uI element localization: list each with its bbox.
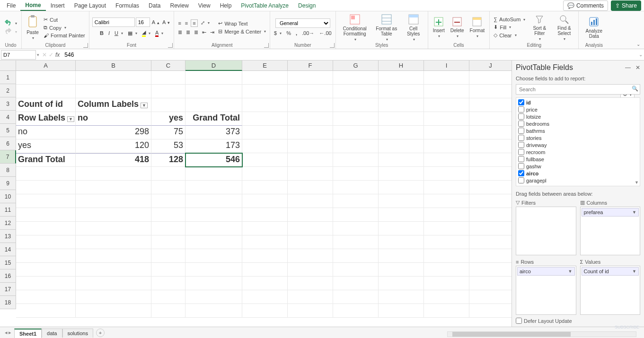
cell-B14[interactable] bbox=[76, 249, 151, 263]
cut-button[interactable]: ✂Cut bbox=[43, 16, 86, 23]
cell-H14[interactable] bbox=[379, 249, 424, 263]
cell-J18[interactable] bbox=[469, 304, 512, 318]
cell-B12[interactable] bbox=[76, 222, 151, 235]
row-header-3[interactable]: 3 bbox=[0, 97, 16, 111]
field-bathrms[interactable]: bathrms bbox=[517, 127, 639, 134]
cell-G4[interactable] bbox=[333, 112, 379, 126]
cell-J11[interactable] bbox=[469, 208, 512, 222]
row-header-17[interactable]: 17 bbox=[0, 283, 16, 296]
cell-D13[interactable] bbox=[185, 235, 242, 249]
cell-D5[interactable]: 373 bbox=[185, 126, 242, 139]
cell-B7[interactable]: 418 bbox=[76, 153, 151, 167]
clear-button[interactable]: ◇Clear bbox=[493, 32, 526, 39]
underline-button[interactable]: U bbox=[114, 30, 124, 36]
values-drop-area[interactable]: Count of id▼ bbox=[580, 266, 641, 315]
cell-E4[interactable] bbox=[242, 112, 288, 126]
align-left-button[interactable]: ≣ bbox=[177, 29, 183, 36]
align-center-button[interactable]: ≣ bbox=[185, 29, 191, 36]
cell-D16[interactable] bbox=[185, 277, 242, 290]
sort-filter-button[interactable]: Sort & Filter bbox=[528, 13, 551, 42]
cell-C16[interactable] bbox=[151, 277, 185, 290]
cell-E8[interactable] bbox=[242, 167, 288, 181]
cell-I4[interactable] bbox=[424, 112, 469, 126]
cell-F4[interactable] bbox=[288, 112, 333, 126]
italic-button[interactable]: I bbox=[107, 30, 111, 36]
cell-C3[interactable] bbox=[151, 98, 185, 112]
cell-D8[interactable] bbox=[185, 167, 242, 181]
cell-H9[interactable] bbox=[379, 181, 424, 194]
cell-H4[interactable] bbox=[379, 112, 424, 126]
field-checkbox-price[interactable] bbox=[518, 106, 524, 113]
cell-C18[interactable] bbox=[151, 304, 185, 318]
cell-J4[interactable] bbox=[469, 112, 512, 126]
row-header-14[interactable]: 14 bbox=[0, 243, 16, 256]
cell-H17[interactable] bbox=[379, 290, 424, 304]
percent-button[interactable]: % bbox=[285, 30, 292, 36]
cell-E16[interactable] bbox=[242, 277, 288, 290]
paste-button[interactable]: Paste bbox=[25, 14, 41, 41]
field-recroom[interactable]: recroom bbox=[517, 148, 639, 156]
cell-I6[interactable] bbox=[424, 139, 469, 153]
cell-G11[interactable] bbox=[333, 208, 379, 222]
cell-I2[interactable] bbox=[424, 85, 469, 98]
cell-E6[interactable] bbox=[242, 139, 288, 153]
cell-D10[interactable] bbox=[185, 194, 242, 208]
cell-B10[interactable] bbox=[76, 194, 151, 208]
tab-home[interactable]: Home bbox=[20, 0, 45, 11]
tab-review[interactable]: Review bbox=[165, 1, 193, 10]
cell-H12[interactable] bbox=[379, 222, 424, 235]
cell-A4[interactable]: Row Labels▼ bbox=[16, 112, 76, 126]
cell-D15[interactable] bbox=[185, 263, 242, 277]
filters-drop-area[interactable] bbox=[516, 207, 576, 255]
cell-J5[interactable] bbox=[469, 126, 512, 139]
cell-H5[interactable] bbox=[379, 126, 424, 139]
cell-C15[interactable] bbox=[151, 263, 185, 277]
cell-A10[interactable] bbox=[16, 194, 76, 208]
field-checkbox-gashw[interactable] bbox=[518, 163, 524, 169]
cell-F8[interactable] bbox=[288, 167, 333, 181]
cell-F18[interactable] bbox=[288, 304, 333, 318]
col-header-F[interactable]: F bbox=[288, 61, 333, 71]
column-labels-dropdown[interactable]: ▼ bbox=[141, 103, 148, 108]
cell-J13[interactable] bbox=[469, 235, 512, 249]
pivot-search-input[interactable] bbox=[516, 84, 640, 95]
cell-B6[interactable]: 120 bbox=[76, 139, 151, 153]
field-price[interactable]: price bbox=[517, 106, 639, 113]
cell-F2[interactable] bbox=[288, 85, 333, 98]
find-select-button[interactable]: Find & Select bbox=[553, 13, 575, 42]
cell-J16[interactable] bbox=[469, 277, 512, 290]
cancel-formula-icon[interactable]: ✕ bbox=[42, 52, 47, 58]
cell-A14[interactable] bbox=[16, 249, 76, 263]
cell-C13[interactable] bbox=[151, 235, 185, 249]
row-header-13[interactable]: 13 bbox=[0, 230, 16, 243]
redo-button[interactable] bbox=[4, 28, 18, 35]
tab-file[interactable]: File bbox=[2, 1, 20, 10]
fx-icon[interactable]: fx bbox=[55, 52, 60, 58]
row-header-11[interactable]: 11 bbox=[0, 203, 16, 217]
formula-input[interactable] bbox=[62, 52, 637, 58]
cell-A17[interactable] bbox=[16, 290, 76, 304]
name-box[interactable] bbox=[1, 50, 36, 60]
cell-D7[interactable]: 546 bbox=[185, 153, 242, 167]
font-size-select[interactable] bbox=[136, 17, 150, 27]
cell-A3[interactable]: Count of id bbox=[16, 98, 76, 112]
cell-C4[interactable]: yes bbox=[151, 112, 185, 126]
cell-A16[interactable] bbox=[16, 277, 76, 290]
cell-J1[interactable] bbox=[469, 71, 512, 85]
cell-D12[interactable] bbox=[185, 222, 242, 235]
decrease-decimal-button[interactable]: ←.00 bbox=[318, 30, 332, 36]
cell-E13[interactable] bbox=[242, 235, 288, 249]
cell-I15[interactable] bbox=[424, 263, 469, 277]
number-format-select[interactable]: General bbox=[275, 18, 330, 28]
cell-A13[interactable] bbox=[16, 235, 76, 249]
cell-C6[interactable]: 53 bbox=[151, 139, 185, 153]
field-fullbase[interactable]: fullbase bbox=[517, 156, 639, 163]
cell-F15[interactable] bbox=[288, 263, 333, 277]
cell-B18[interactable] bbox=[76, 304, 151, 318]
field-checkbox-bedrooms[interactable] bbox=[518, 121, 524, 127]
tab-design[interactable]: Design bbox=[293, 1, 320, 10]
sheet-nav-prev[interactable]: ◂ bbox=[5, 329, 8, 336]
cell-A11[interactable] bbox=[16, 208, 76, 222]
cell-I1[interactable] bbox=[424, 71, 469, 85]
tab-view[interactable]: View bbox=[194, 1, 215, 10]
